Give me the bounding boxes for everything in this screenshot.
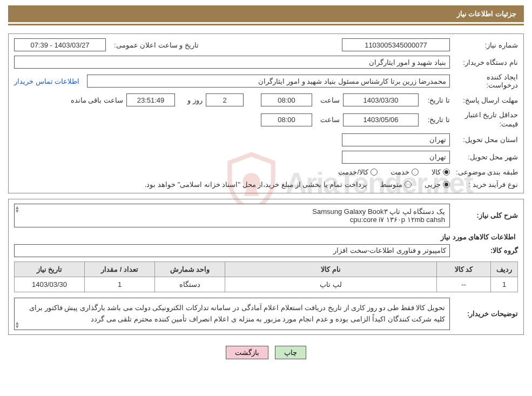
- buyer-note-label: توضیحات خریدار:: [453, 310, 518, 318]
- deadline-label: مهلت ارسال پاسخ:: [453, 96, 518, 104]
- announce-label: تاریخ و ساعت اعلان عمومی:: [112, 41, 199, 49]
- time-label-1: ساعت: [315, 96, 340, 104]
- radio-icon: [371, 169, 378, 176]
- until-prefix-1: تا تاریخ:: [422, 96, 450, 104]
- th-qty: تعداد / مقدار: [85, 261, 155, 277]
- th-row: ردیف: [491, 261, 518, 277]
- days-label: روز و: [178, 96, 203, 104]
- items-section-title: اطلاعات کالاهای مورد نیاز: [14, 233, 516, 241]
- resize-handle-icon[interactable]: ▴▾: [16, 321, 19, 328]
- days-remaining: 2: [206, 93, 244, 106]
- th-date: تاریخ نیاز: [15, 261, 85, 277]
- process-partial[interactable]: جزیی: [425, 180, 450, 189]
- category-kala[interactable]: کالا: [432, 168, 450, 176]
- process-medium[interactable]: متوسط: [380, 180, 412, 189]
- remaining-time: 23:51:49: [126, 93, 175, 106]
- cell-code: --: [437, 277, 491, 292]
- desc-line2: cpu:core i۷ ۱۳۶۰p ۱۲mb cahsh: [19, 216, 445, 224]
- th-code: کد کالا: [437, 261, 491, 277]
- deadline-date: 1403/03/30: [343, 93, 419, 106]
- header-divider: [8, 24, 524, 25]
- table-row: 1 -- لپ تاپ دستگاه 1 1403/03/30: [15, 277, 518, 292]
- buyer-note-text: تحویل کالا فقط طی دو روز کاری از تاریخ د…: [19, 303, 445, 325]
- until-prefix-2: تا تاریخ:: [422, 116, 450, 124]
- resize-handle-icon[interactable]: ▴▾: [16, 205, 19, 213]
- category-kala-khedmat[interactable]: کالا/خدمت: [338, 168, 378, 176]
- desc-label: شرح کلی نیاز:: [453, 211, 518, 219]
- details-panel: شماره نیاز: 1103005345000077 تاریخ و ساع…: [8, 33, 524, 193]
- cell-row: 1: [491, 277, 518, 292]
- min-valid-date: 1403/05/06: [343, 113, 419, 126]
- description-panel: شرح کلی نیاز: ▴▾ یک دستگاه لپ تاپ Samsun…: [8, 199, 524, 335]
- footer-buttons: چاپ بازگشت: [8, 340, 524, 361]
- radio-icon: [443, 169, 450, 176]
- buyer-note-textarea[interactable]: ▴▾ تحویل کالا فقط طی دو روز کاری از تاری…: [14, 298, 450, 330]
- radio-icon: [443, 181, 450, 188]
- province-label: استان محل تحویل:: [453, 136, 518, 144]
- province-value: تهران: [342, 133, 450, 146]
- deadline-time: 08:00: [261, 93, 312, 106]
- cell-qty: 1: [85, 277, 155, 292]
- org-label: نام دستگاه خریدار:: [453, 58, 518, 66]
- radio-icon: [412, 169, 419, 176]
- requester-label: ایجاد کننده درخواست:: [453, 73, 518, 89]
- min-valid-time: 08:00: [261, 113, 312, 126]
- need-number-value: 1103005345000077: [342, 38, 450, 51]
- th-unit: واحد شمارش: [155, 261, 225, 277]
- city-label: شهر محل تحویل:: [453, 153, 518, 161]
- process-note: پرداخت تمام یا بخشی از مبلغ خرید،از محل …: [145, 180, 367, 189]
- th-name: نام کالا: [225, 261, 437, 277]
- city-value: تهران: [342, 151, 450, 164]
- process-label: نوع فرآیند خرید :: [453, 180, 518, 189]
- requester-value: محمدرضا زرین برتا کارشناس مسئول بنیاد شه…: [87, 75, 450, 88]
- min-valid-label: حداقل تاریخ اعتبار قیمت:: [453, 111, 518, 129]
- page-title-bar: جزئیات اطلاعات نیاز: [8, 5, 524, 22]
- org-value: بنیاد شهید و امور ایثارگران: [14, 56, 450, 69]
- page-title: جزئیات اطلاعات نیاز: [457, 10, 516, 18]
- need-number-label: شماره نیاز:: [453, 41, 518, 49]
- table-header-row: ردیف کد کالا نام کالا واحد شمارش تعداد /…: [15, 261, 518, 277]
- back-button[interactable]: بازگشت: [226, 346, 268, 359]
- category-label: طبقه بندی موضوعی:: [453, 168, 518, 176]
- desc-line1: یک دستگاه لپ تاپ Samsung Galaxy Book۳: [19, 207, 445, 216]
- cell-date: 1403/03/30: [15, 277, 85, 292]
- contact-link[interactable]: اطلاعات تماس خریدار: [14, 77, 79, 85]
- radio-icon: [405, 181, 412, 188]
- print-button[interactable]: چاپ: [275, 346, 306, 359]
- time-label-2: ساعت: [315, 116, 340, 124]
- cell-name: لپ تاپ: [225, 277, 437, 292]
- items-table: ردیف کد کالا نام کالا واحد شمارش تعداد /…: [14, 261, 518, 292]
- remaining-label: ساعت باقی مانده: [69, 96, 123, 104]
- desc-textarea[interactable]: ▴▾ یک دستگاه لپ تاپ Samsung Galaxy Book۳…: [14, 204, 450, 227]
- group-label: گروه کالا:: [453, 246, 518, 254]
- cell-unit: دستگاه: [155, 277, 225, 292]
- announce-value: 1403/03/27 - 07:39: [14, 38, 106, 51]
- category-khedmat[interactable]: خدمت: [390, 168, 419, 176]
- group-value: کامپیوتر و فناوری اطلاعات-سخت افزار: [14, 244, 450, 257]
